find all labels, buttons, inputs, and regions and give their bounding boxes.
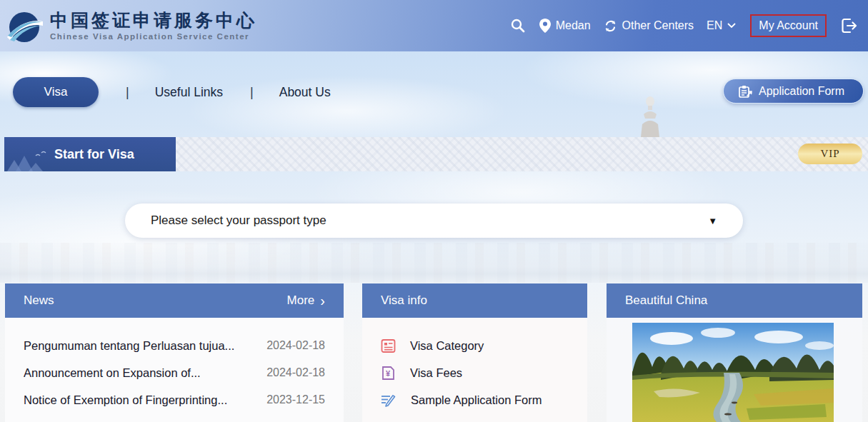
nav-tab-visa[interactable]: Visa <box>13 77 99 107</box>
beautiful-china-body <box>607 318 862 422</box>
logo-text: 中国签证申请服务中心 Chinese Visa Application Serv… <box>50 11 257 41</box>
city-skyline-image <box>0 243 868 283</box>
news-item-title[interactable]: Pengumuman tentang Perluasan tujua... <box>24 339 234 353</box>
news-item[interactable]: Notice of Exemption of Fingerprinting...… <box>5 386 344 413</box>
other-centers-link[interactable]: Other Centers <box>604 19 694 33</box>
passport-type-select[interactable]: Please select your passport type ▼ <box>125 204 743 238</box>
nav-separator: | <box>250 85 254 100</box>
news-item-date: 2023-12-15 <box>266 393 325 406</box>
beautiful-china-panel: Beautiful China <box>607 283 862 422</box>
beautiful-china-panel-title: Beautiful China <box>625 293 707 308</box>
logo-globe-icon <box>6 7 43 44</box>
more-label: More <box>287 293 315 308</box>
news-panel-header: News More › <box>5 283 344 318</box>
language-label: EN <box>707 19 722 32</box>
beautiful-china-panel-header: Beautiful China <box>607 283 862 318</box>
other-centers-label: Other Centers <box>622 19 694 32</box>
application-form-button[interactable]: Application Form <box>723 79 864 104</box>
logout-icon <box>841 18 858 34</box>
pattern-strip: Start for Visa VIP <box>4 137 868 171</box>
nav-tab-about-us[interactable]: About Us <box>279 85 331 100</box>
site-logo[interactable]: 中国签证申请服务中心 Chinese Visa Application Serv… <box>6 7 257 44</box>
visa-info-item[interactable]: ¥ Visa Fees <box>362 359 587 386</box>
application-form-label: Application Form <box>759 85 844 98</box>
page: 中国签证申请服务中心 Chinese Visa Application Serv… <box>0 0 868 422</box>
hero-section: Visa | Useful Links | About Us Applicati… <box>0 51 868 422</box>
news-panel: News More › Pengumuman tentang Perluasan… <box>5 283 344 422</box>
visa-info-item[interactable]: Sample Application Form <box>362 386 587 413</box>
search-button[interactable] <box>509 17 527 34</box>
visa-category-icon <box>381 338 396 353</box>
visa-info-panel-header: Visa info <box>362 283 587 318</box>
beautiful-china-photo[interactable] <box>632 323 834 422</box>
visa-fees-icon: ¥ <box>381 366 396 381</box>
sample-application-form-icon <box>381 393 396 408</box>
visa-info-label[interactable]: Visa Fees <box>410 366 462 380</box>
logo-title-zh: 中国签证申请服务中心 <box>50 11 257 31</box>
news-item-title[interactable]: Announcement on Expansion of... <box>24 366 201 380</box>
passport-select-placeholder: Please select your passport type <box>151 213 326 228</box>
location-pin-icon <box>539 19 551 33</box>
main-navigation: Visa | Useful Links | About Us <box>13 77 331 107</box>
visa-info-item[interactable]: Visa Category <box>362 332 587 359</box>
logo-subtitle-en: Chinese Visa Application Service Center <box>50 32 257 41</box>
news-item-title[interactable]: Notice of Exemption of Fingerprinting... <box>24 393 227 407</box>
visa-info-label[interactable]: Visa Category <box>410 339 484 353</box>
visa-info-label[interactable]: Sample Application Form <box>411 393 542 407</box>
svg-text:¥: ¥ <box>386 369 391 378</box>
vip-button[interactable]: VIP <box>798 144 862 164</box>
visa-info-panel-title: Visa info <box>381 293 427 308</box>
location-label: Medan <box>556 19 591 32</box>
search-icon <box>509 17 527 34</box>
location-selector[interactable]: Medan <box>539 19 591 33</box>
news-item-date: 2024-02-18 <box>266 366 325 379</box>
language-selector[interactable]: EN <box>707 19 736 32</box>
mountains-decoration <box>7 150 50 171</box>
news-item[interactable]: Pengumuman tentang Perluasan tujua... 20… <box>5 332 344 359</box>
dropdown-arrow-icon: ▼ <box>708 216 717 226</box>
application-form-icon <box>738 84 752 99</box>
chevron-down-icon <box>727 23 736 29</box>
header-controls: Medan Other Centers EN My Account <box>509 14 858 37</box>
temple-of-heaven-image <box>638 96 662 137</box>
top-header: 中国签证申请服务中心 Chinese Visa Application Serv… <box>0 0 868 51</box>
visa-info-panel: Visa info Visa Category ¥ <box>362 283 587 422</box>
start-for-visa-label: Start for Visa <box>54 147 134 162</box>
logout-button[interactable] <box>841 18 858 34</box>
nav-separator: | <box>126 85 129 100</box>
news-item-date: 2024-02-18 <box>266 339 325 352</box>
nav-tab-useful-links[interactable]: Useful Links <box>155 85 223 100</box>
my-account-highlight: My Account <box>750 14 827 37</box>
my-account-link[interactable]: My Account <box>759 19 818 31</box>
visa-info-list: Visa Category ¥ Visa Fees <box>362 318 587 422</box>
refresh-icon <box>604 19 617 33</box>
chevron-right-icon: › <box>320 293 325 308</box>
start-for-visa-banner[interactable]: Start for Visa <box>4 137 176 171</box>
news-item[interactable]: Announcement on Expansion of... 2024-02-… <box>5 359 344 386</box>
news-list: Pengumuman tentang Perluasan tujua... 20… <box>5 318 344 422</box>
news-panel-title: News <box>24 293 54 308</box>
news-more-link[interactable]: More › <box>287 293 325 308</box>
